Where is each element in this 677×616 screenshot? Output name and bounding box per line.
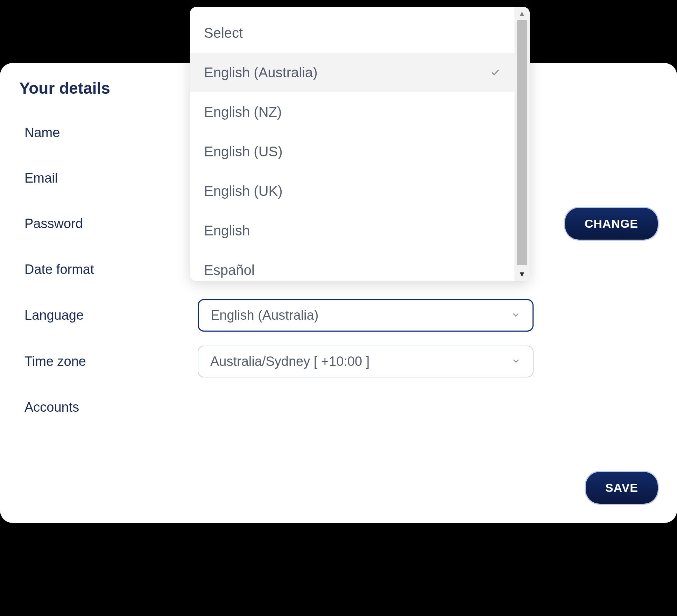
dropdown-option-english-nz[interactable]: English (NZ) — [190, 92, 514, 132]
row-accounts: Accounts — [19, 391, 658, 423]
scroll-down-icon[interactable]: ▼ — [518, 270, 526, 278]
timezone-select-value: Australia/Sydney [ +10:00 ] — [210, 354, 369, 369]
dropdown-option-label: English (US) — [204, 144, 283, 160]
label-email: Email — [19, 171, 198, 186]
dropdown-option-english[interactable]: English — [190, 211, 514, 250]
dropdown-placeholder-label: Select — [204, 25, 243, 41]
dropdown-list: Select English (Australia) English (NZ) … — [190, 7, 514, 281]
dropdown-option-english-us[interactable]: English (US) — [190, 132, 514, 171]
chevron-down-icon — [511, 308, 521, 323]
save-row: SAVE — [19, 472, 658, 504]
row-time-zone: Time zone Australia/Sydney [ +10:00 ] — [19, 346, 658, 377]
dropdown-option-english-australia[interactable]: English (Australia) — [190, 53, 514, 92]
scroll-up-icon[interactable]: ▲ — [518, 10, 526, 17]
dropdown-placeholder[interactable]: Select — [190, 13, 514, 53]
label-time-zone: Time zone — [19, 354, 198, 369]
row-language: Language English (Australia) — [19, 299, 658, 332]
dropdown-option-label: English (Australia) — [204, 65, 318, 80]
label-language: Language — [19, 308, 198, 323]
dropdown-scrollbar[interactable]: ▲ ▼ — [514, 7, 530, 281]
dropdown-option-english-uk[interactable]: English (UK) — [190, 171, 514, 211]
label-password: Password — [19, 216, 198, 231]
dropdown-option-label: English (UK) — [204, 183, 283, 199]
label-accounts: Accounts — [19, 400, 198, 415]
timezone-select[interactable]: Australia/Sydney [ +10:00 ] — [198, 346, 534, 377]
language-select[interactable]: English (Australia) — [198, 299, 534, 332]
dropdown-option-espanol[interactable]: Español — [190, 250, 514, 281]
scrollbar-thumb[interactable] — [517, 20, 527, 265]
change-button[interactable]: CHANGE — [565, 208, 658, 240]
save-button[interactable]: SAVE — [586, 472, 658, 504]
label-date-format: Date format — [19, 262, 198, 277]
label-name: Name — [19, 125, 198, 140]
dropdown-option-label: English (NZ) — [204, 104, 282, 120]
language-dropdown: Select English (Australia) English (NZ) … — [190, 7, 530, 281]
language-select-value: English (Australia) — [211, 308, 318, 323]
chevron-down-icon — [511, 354, 521, 369]
check-icon — [490, 65, 500, 80]
dropdown-option-label: English — [204, 223, 250, 239]
dropdown-option-label: Español — [204, 262, 255, 278]
